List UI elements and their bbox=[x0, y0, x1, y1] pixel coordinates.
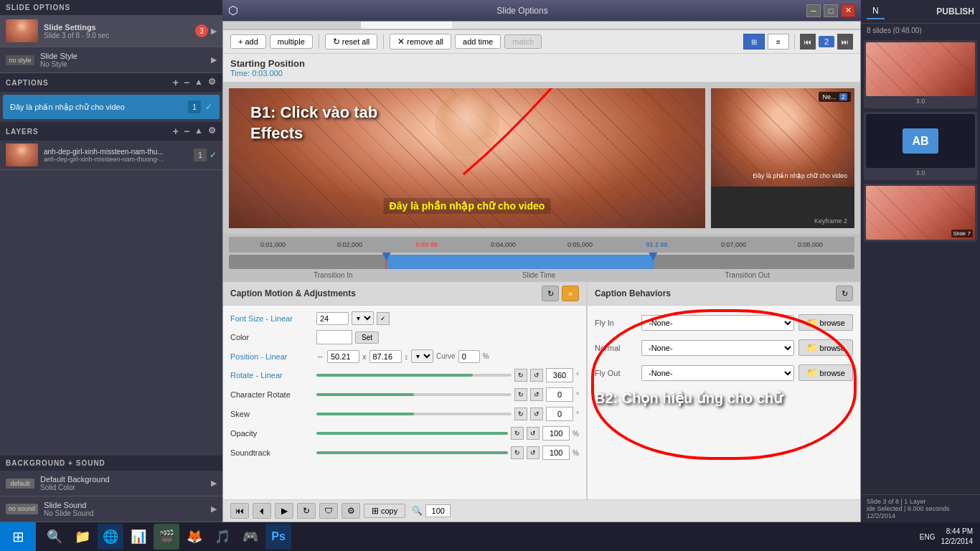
start-button[interactable]: ⊞ bbox=[0, 522, 36, 551]
pos-x-input[interactable] bbox=[327, 350, 359, 363]
slide-style-arrow: ▶ bbox=[211, 55, 217, 65]
font-size-select[interactable]: ▾ bbox=[352, 311, 374, 325]
skew-toggle-1[interactable]: ↻ bbox=[514, 408, 527, 420]
taskbar-firefox-btn[interactable]: 🦊 bbox=[182, 524, 207, 550]
captions-up-btn[interactable]: ▲ bbox=[194, 77, 204, 88]
soundtrack-toggle-2[interactable]: ↺ bbox=[527, 446, 540, 459]
normal-browse-btn[interactable]: 📁 browse bbox=[798, 339, 853, 356]
slide-style-subtitle: No Style bbox=[40, 60, 211, 68]
soundtrack-toggle-1[interactable]: ↻ bbox=[511, 446, 524, 459]
left-panel: SLIDE OPTIONS Slide Settings Slide 3 of … bbox=[0, 0, 222, 522]
skew-unit: ° bbox=[576, 410, 579, 418]
main-content: Caption Settings Effects + add multiple … bbox=[222, 0, 861, 522]
color-swatch[interactable] bbox=[316, 330, 352, 344]
taskbar-ie-btn[interactable]: 🌐 bbox=[98, 524, 123, 550]
captions-add-btn[interactable]: + bbox=[173, 77, 179, 88]
pos-y-input[interactable] bbox=[369, 350, 402, 363]
add-time-btn[interactable]: add time bbox=[455, 34, 501, 49]
rotate-unit: ° bbox=[576, 372, 579, 380]
nav-first-btn[interactable]: ⏮ bbox=[800, 34, 816, 50]
layer-title: anh-dep-girl-xinh-missteen-nam-thu... bbox=[44, 148, 191, 156]
layers-remove-btn[interactable]: − bbox=[184, 126, 190, 137]
caption-behaviors-reset-btn[interactable]: ↻ bbox=[836, 286, 853, 301]
font-size-check-btn[interactable]: ✓ bbox=[377, 312, 390, 325]
curve-unit: % bbox=[483, 352, 489, 360]
slide-sound-title: Slide Sound bbox=[44, 501, 211, 509]
font-size-input[interactable] bbox=[316, 312, 349, 325]
captions-remove-btn[interactable]: − bbox=[184, 77, 190, 88]
default-bg-item[interactable]: default Default Background Solid Color ▶ bbox=[0, 471, 222, 496]
taskbar-lang: ENG bbox=[920, 533, 936, 541]
taskbar-app2-btn[interactable]: 🎮 bbox=[237, 524, 263, 550]
slide-duration-2: 3.0 bbox=[866, 168, 975, 178]
slide-thumb-item-7[interactable]: Slide 7 bbox=[864, 184, 977, 242]
minimize-btn[interactable]: ─ bbox=[806, 4, 821, 17]
caption-motion-expand-btn[interactable]: » bbox=[562, 286, 579, 301]
match-btn[interactable]: match bbox=[504, 34, 542, 49]
slide-thumbnails-list: 3.0 AB 3.0 Slide 7 bbox=[861, 37, 980, 494]
footer-settings-btn[interactable]: ⚙ bbox=[341, 503, 360, 519]
taskbar-music-btn[interactable]: 🎵 bbox=[209, 524, 235, 550]
normal-select[interactable]: -None- bbox=[641, 340, 794, 356]
maximize-btn[interactable]: □ bbox=[824, 4, 838, 17]
footer-copy-btn[interactable]: ⊞ copy bbox=[364, 504, 405, 518]
fly-out-browse-btn[interactable]: 📁 browse bbox=[798, 364, 853, 381]
opacity-toggle-1[interactable]: ↻ bbox=[511, 427, 524, 440]
multiple-btn[interactable]: multiple bbox=[270, 34, 313, 49]
slide-style-item[interactable]: no style Slide Style No Style ▶ bbox=[0, 47, 222, 73]
close-btn[interactable]: ✕ bbox=[841, 4, 855, 17]
layers-up-btn[interactable]: ▲ bbox=[194, 126, 204, 137]
fly-in-row: Fly In -None- 📁 browse bbox=[595, 314, 853, 331]
taskbar-folder-btn[interactable]: 📁 bbox=[70, 524, 95, 550]
captions-settings-btn[interactable]: ⚙ bbox=[208, 77, 217, 88]
footer-loop-btn[interactable]: ↻ bbox=[297, 503, 316, 519]
rotate-toggle-2[interactable]: ↺ bbox=[530, 369, 543, 382]
slide-count: 8 slides (0:48.00) bbox=[861, 24, 980, 37]
nav-last-btn[interactable]: ⏭ bbox=[837, 34, 853, 50]
timeline-area: 0:01,000 0:02,000 0:03 00 0:04,000 0:05,… bbox=[223, 234, 860, 282]
caption-motion-reset-btn[interactable]: ↻ bbox=[542, 286, 559, 301]
taskbar-app1-btn[interactable]: 📊 bbox=[126, 524, 151, 550]
zoom-input[interactable] bbox=[425, 504, 451, 517]
footer-play-btn[interactable]: ▶ bbox=[275, 503, 293, 519]
keyframe-info-text: Keyframe 2 bbox=[814, 217, 847, 225]
sidebar-publish-btn[interactable]: PUBLISH bbox=[936, 6, 974, 17]
taskbar-search-btn[interactable]: 🔍 bbox=[42, 524, 67, 550]
fly-in-select[interactable]: -None- bbox=[641, 315, 794, 331]
fly-in-label: Fly In bbox=[595, 319, 641, 327]
add-btn[interactable]: + add bbox=[230, 34, 266, 49]
footer-first-btn[interactable]: ⏮ bbox=[230, 503, 249, 519]
color-set-btn[interactable]: Set bbox=[355, 331, 379, 344]
reset-all-btn[interactable]: ↻ reset all bbox=[325, 34, 378, 50]
layers-settings-btn[interactable]: ⚙ bbox=[208, 126, 217, 137]
slide-settings-item[interactable]: Slide Settings Slide 3 of 8 - 9.0 sec 3 … bbox=[0, 15, 222, 47]
layers-add-btn[interactable]: + bbox=[173, 126, 179, 137]
layer-list-item[interactable]: anh-dep-girl-xinh-missteen-nam-thu... an… bbox=[0, 141, 222, 170]
char-rotate-toggle-2[interactable]: ↺ bbox=[530, 388, 543, 401]
view-toggle-2[interactable]: ≡ bbox=[768, 34, 789, 50]
rotate-toggle-1[interactable]: ↻ bbox=[514, 369, 527, 382]
fly-out-select[interactable]: -None- bbox=[641, 365, 794, 381]
slide-settings-arrow: ▶ bbox=[211, 27, 217, 36]
footer-prev-btn[interactable]: ⏴ bbox=[253, 503, 271, 519]
taskbar: ⊞ 🔍 📁 🌐 📊 🎬 🦊 🎵 🎮 Ps ENG 8:44 PM 12/2/20… bbox=[0, 522, 980, 551]
opacity-toggle-2[interactable]: ↺ bbox=[527, 427, 540, 440]
slide-thumb-item-1[interactable]: 3.0 bbox=[864, 40, 977, 108]
taskbar-ps-btn[interactable]: Ps bbox=[265, 524, 291, 550]
slide-sound-item[interactable]: no sound Slide Sound No Slide Sound ▶ bbox=[0, 496, 222, 522]
soundtrack-label: Soundtrack bbox=[230, 448, 316, 457]
fly-in-browse-btn[interactable]: 📁 browse bbox=[798, 314, 853, 331]
remove-all-btn[interactable]: ✕ remove all bbox=[390, 34, 451, 50]
curve-input[interactable] bbox=[458, 350, 480, 363]
char-rotate-toggle-1[interactable]: ↻ bbox=[514, 388, 527, 401]
caption-list-item[interactable]: Đây là phần nhập chữ cho video 1 ✓ bbox=[3, 95, 220, 119]
pos-select[interactable]: ▾ bbox=[411, 349, 433, 363]
skew-toggle-2[interactable]: ↺ bbox=[530, 408, 543, 420]
footer-shield-btn[interactable]: 🛡 bbox=[319, 503, 338, 519]
sidebar-nav-left[interactable]: N bbox=[867, 4, 885, 19]
slide-thumb-item-ab[interactable]: AB 3.0 bbox=[864, 112, 977, 180]
slide-sound-arrow: ▶ bbox=[211, 504, 217, 514]
taskbar-photodex-btn[interactable]: 🎬 bbox=[154, 524, 179, 550]
view-toggle-1[interactable]: ⊞ bbox=[743, 34, 765, 50]
char-rotate-label: Character Rotate bbox=[230, 390, 316, 399]
